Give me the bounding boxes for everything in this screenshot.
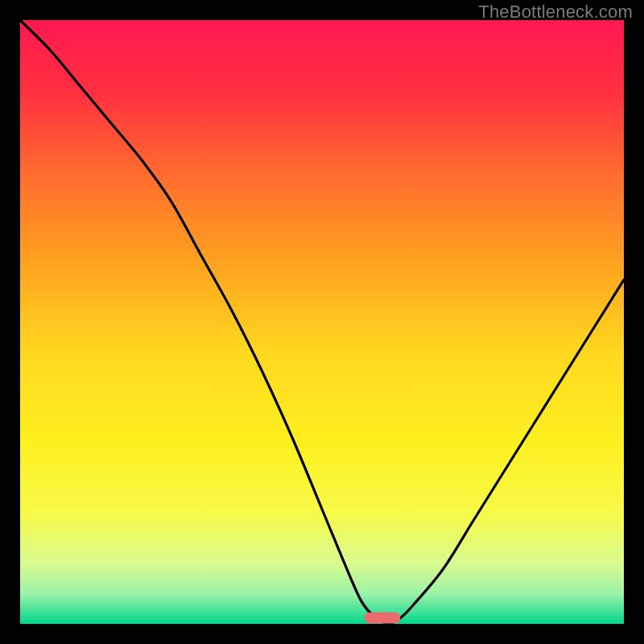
chart-frame: TheBottleneck.com	[0, 0, 644, 644]
sweet-spot-marker	[365, 613, 401, 624]
gradient-background	[20, 20, 624, 624]
chart-svg	[20, 20, 624, 624]
bottleneck-curve-chart	[20, 20, 624, 624]
